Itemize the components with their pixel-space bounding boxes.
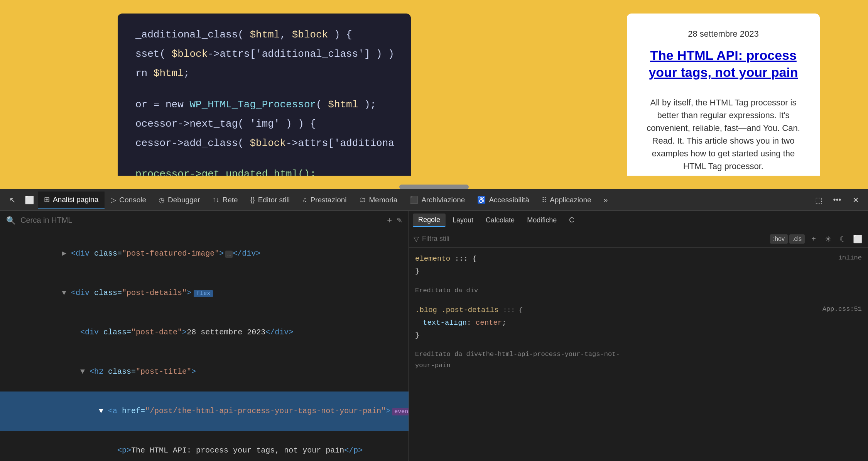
prestazioni-icon: ♫ — [302, 196, 307, 204]
tab-memoria[interactable]: 🗂 Memoria — [353, 192, 404, 208]
styles-rules-content: elemento inline ::: { } Ereditato da div… — [409, 248, 868, 461]
toolbar-right: ⬚ ••• ✕ — [810, 192, 864, 208]
eyedropper-icon[interactable]: ✎ — [397, 216, 402, 225]
tab-regole[interactable]: Regole — [413, 214, 446, 227]
code-line-2: sset( $block->attrs['additional_class'] … — [129, 44, 399, 64]
tree-row-1[interactable]: ▶ <div class="post-featured-image">…</di… — [0, 234, 409, 273]
html-panel: 🔍 + ✎ ▶ <div class="post-featured-image"… — [0, 211, 409, 461]
tree-row-6[interactable]: <p>The HTML API: process your tags, not … — [0, 431, 409, 461]
tab-editor-stili[interactable]: {} Editor stili — [244, 192, 296, 208]
tab-analisi-pagina[interactable]: ⊞ Analisi pagina — [38, 192, 105, 208]
tab-archiviazione[interactable]: ⬛ Archiviazione — [404, 192, 471, 208]
tab-accessibilita[interactable]: ♿ Accessibilità — [471, 192, 535, 208]
tab-calcolate[interactable]: Calcolate — [480, 214, 520, 227]
html-search-bar: 🔍 + ✎ — [0, 211, 409, 230]
tab-rete[interactable]: ↑↓ Rete — [206, 192, 244, 208]
filter-icon: ▽ — [414, 235, 419, 243]
browser-content: _additional_class( $html, $block ) { sse… — [0, 0, 868, 189]
tab-modifiche[interactable]: Modifiche — [522, 214, 562, 227]
code-spacer — [129, 83, 399, 95]
dark-mode-button[interactable]: ☾ — [837, 233, 849, 245]
tree-row-2[interactable]: ▼ <div class="post-details">flex — [0, 273, 409, 313]
inherited-label-2: Ereditato da div#the-html-api-process-yo… — [415, 349, 862, 371]
rule-source-elemento: inline — [838, 253, 862, 264]
close-devtools-icon[interactable]: ✕ — [847, 192, 864, 208]
accessibilita-icon: ♿ — [477, 196, 486, 204]
tree-row-4[interactable]: ▼ <h2 class="post-title"> — [0, 352, 409, 392]
tab-layout[interactable]: Layout — [447, 214, 479, 227]
tab-debugger[interactable]: ◷ Debugger — [152, 192, 206, 208]
more-options-icon[interactable]: ••• — [829, 192, 846, 208]
memoria-icon: 🗂 — [359, 196, 366, 204]
rete-icon: ↑↓ — [212, 196, 219, 204]
code-panel: _additional_class( $html, $block ) { sse… — [118, 14, 411, 176]
tab-c[interactable]: C — [564, 214, 579, 227]
console-icon: ▷ — [111, 196, 116, 204]
cls-button[interactable]: .cls — [789, 234, 805, 244]
devtools-body: 🔍 + ✎ ▶ <div class="post-featured-image"… — [0, 211, 868, 461]
scroll-handle[interactable] — [399, 185, 469, 189]
inherited-div-long-label: Ereditato da div#the-html-api-process-yo… — [415, 349, 862, 371]
pseudo-buttons: :hov .cls — [770, 234, 805, 244]
article-excerpt: All by itself, the HTML Tag processor is… — [642, 96, 804, 173]
article-date: 28 settembre 2023 — [642, 29, 804, 39]
debugger-icon: ◷ — [159, 196, 165, 204]
code-line-3: rn $html; — [129, 64, 399, 83]
editor-stili-icon: {} — [250, 196, 255, 204]
archiviazione-icon: ⬛ — [410, 196, 418, 204]
html-tree: ▶ <div class="post-featured-image">…</di… — [0, 230, 409, 461]
inspector-icon[interactable]: ↖ — [4, 192, 21, 208]
undock-icon[interactable]: ⬚ — [810, 192, 827, 208]
hov-button[interactable]: :hov — [770, 234, 788, 244]
rule-selector-blog: .blog .post-details — [415, 306, 499, 314]
style-rule-blog-post-details: .blog .post-details ::: { App.css:51 tex… — [415, 304, 862, 341]
search-icon: 🔍 — [6, 216, 16, 225]
html-search-input[interactable] — [20, 216, 382, 225]
add-node-button[interactable]: + — [387, 215, 392, 225]
rule-val-center: center — [476, 319, 502, 327]
code-line-1: _additional_class( $html, $block ) { — [129, 25, 399, 44]
styles-tabs: Regole Layout Calcolate Modifiche C — [409, 211, 868, 230]
tab-more[interactable]: » — [598, 192, 614, 208]
article-title[interactable]: The HTML API: process your tags, not you… — [642, 47, 804, 81]
tab-applicazione[interactable]: ⠿ Applicazione — [535, 192, 598, 208]
rule-prop-text-align: text-align — [423, 319, 467, 327]
analisi-pagina-icon: ⊞ — [44, 195, 50, 204]
style-rule-elemento: elemento inline ::: { } — [415, 253, 862, 278]
light-mode-button[interactable]: ☀ — [822, 233, 834, 245]
applicazione-icon: ⠿ — [542, 196, 547, 204]
code-spacer-2 — [129, 153, 399, 164]
tab-console[interactable]: ▷ Console — [105, 192, 152, 208]
devtools-panel: ↖ ⬜ ⊞ Analisi pagina ▷ Console ◷ Debugge… — [0, 189, 868, 461]
rule-source-blog: App.css:51 — [822, 304, 862, 315]
tree-row-3[interactable]: <div class="post-date">28 settembre 2023… — [0, 313, 409, 352]
add-rule-button[interactable]: + — [808, 233, 819, 245]
styles-filter-toolbar: ▽ :hov .cls + ☀ ☾ ⬜ — [409, 230, 868, 248]
styles-panel: Regole Layout Calcolate Modifiche C ▽ :h… — [409, 211, 868, 461]
article-card: 28 settembre 2023 The HTML API: process … — [627, 14, 820, 176]
screenshot-button[interactable]: ⬜ — [852, 233, 863, 245]
code-line-6: cessor->add_class( $block->attrs['additi… — [129, 134, 399, 153]
inherited-label-1: Ereditato da div — [415, 285, 862, 297]
tree-row-5[interactable]: ▼ <a href="/post/the-html-api-process-yo… — [0, 392, 409, 431]
window-icon[interactable]: ⬜ — [21, 192, 38, 208]
styles-filter-input[interactable] — [422, 235, 767, 243]
devtools-toolbar: ↖ ⬜ ⊞ Analisi pagina ▷ Console ◷ Debugge… — [0, 189, 868, 211]
rule-selector-elemento: elemento — [415, 254, 450, 263]
inherited-div-label: Ereditato da div — [415, 285, 862, 297]
code-line-5: ocessor->next_tag( 'img' ) ) { — [129, 114, 399, 134]
code-line-4: or = new WP_HTML_Tag_Processor( $html ); — [129, 95, 399, 114]
code-line-7: processor->get_updated_html(); — [129, 164, 399, 176]
tab-prestazioni[interactable]: ♫ Prestazioni — [296, 192, 353, 208]
